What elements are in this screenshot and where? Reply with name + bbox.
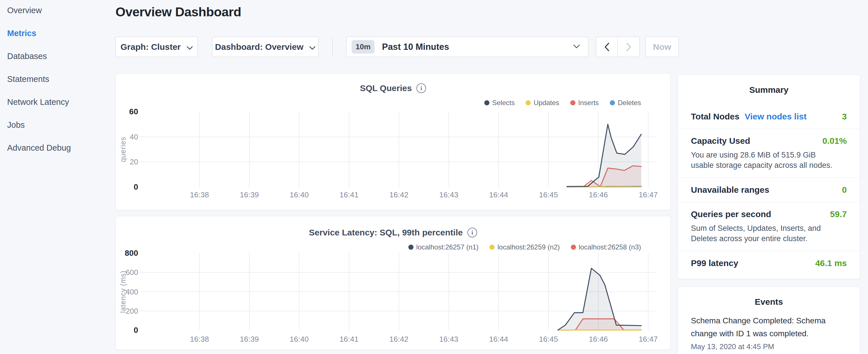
time-step-buttons <box>596 37 640 57</box>
summary-row-label: Unavailable ranges <box>691 185 769 195</box>
time-range-selector[interactable]: 10m Past 10 Minutes <box>346 37 588 57</box>
svg-text:0: 0 <box>133 183 138 191</box>
svg-text:60: 60 <box>129 107 138 116</box>
summary-row-unavailable-ranges: Unavailable ranges0 <box>678 178 860 202</box>
events-panel: Events Schema Change Completed: Schema c… <box>677 286 860 354</box>
sql-queries-chart[interactable]: 020406016:3816:3916:4016:4116:4216:4316:… <box>116 74 671 211</box>
now-button-label: Now <box>653 42 671 52</box>
chevron-right-icon <box>626 43 631 51</box>
time-step-back-button[interactable] <box>596 37 618 57</box>
svg-text:16:46: 16:46 <box>589 190 608 199</box>
summary-title: Summary <box>678 85 860 95</box>
svg-text:16:43: 16:43 <box>439 335 458 344</box>
chevron-left-icon <box>604 43 610 51</box>
svg-text:40: 40 <box>130 133 138 141</box>
svg-text:16:42: 16:42 <box>390 190 408 199</box>
sql-queries-chart-card: SQL Queries i SelectsUpdatesInsertsDelet… <box>116 73 671 210</box>
summary-row-capacity-used: Capacity Used0.01%You are using 28.6 MiB… <box>678 129 860 178</box>
summary-row-p99-latency: P99 latency46.1 ms <box>678 251 860 275</box>
page-title: Overview Dashboard <box>116 5 241 20</box>
svg-text:20: 20 <box>130 158 138 166</box>
svg-text:16:41: 16:41 <box>340 335 359 344</box>
sidebar-item-databases[interactable]: Databases <box>7 52 47 64</box>
sidebar-item-jobs[interactable]: Jobs <box>7 120 25 132</box>
svg-text:16:38: 16:38 <box>190 190 209 199</box>
summary-row-queries-per-second: Queries per second59.7Sum of Selects, Up… <box>678 202 860 251</box>
summary-panel: Summary Total NodesView nodes list3Capac… <box>677 74 860 279</box>
summary-row-label: Queries per second <box>691 210 771 219</box>
svg-text:16:44: 16:44 <box>489 190 508 199</box>
summary-row-total-nodes: Total NodesView nodes list3 <box>678 104 860 129</box>
svg-text:200: 200 <box>126 307 138 315</box>
svg-text:latency (ms): latency (ms) <box>119 270 127 313</box>
svg-text:16:44: 16:44 <box>489 335 508 344</box>
svg-text:800: 800 <box>125 249 138 257</box>
sidebar-item-advanced-debug[interactable]: Advanced Debug <box>7 143 71 155</box>
sidebar-item-network-latency[interactable]: Network Latency <box>7 97 69 109</box>
summary-rows: Total NodesView nodes list3Capacity Used… <box>678 104 860 275</box>
svg-text:queries: queries <box>119 137 127 162</box>
events-list: Schema Change Completed: Schema change w… <box>691 314 847 351</box>
summary-row-value: 0 <box>842 185 847 195</box>
svg-text:16:41: 16:41 <box>340 190 359 199</box>
now-button[interactable]: Now <box>645 37 679 57</box>
summary-row-value: 59.7 <box>830 210 847 219</box>
svg-text:16:45: 16:45 <box>539 335 558 344</box>
svg-text:16:39: 16:39 <box>240 190 259 199</box>
summary-row-value: 46.1 ms <box>815 258 847 268</box>
chevron-down-icon <box>573 44 580 50</box>
event-timestamp: May 13, 2020 at 4:45 PM <box>691 342 847 351</box>
sidebar-item-statements[interactable]: Statements <box>7 74 49 87</box>
events-title: Events <box>678 297 860 307</box>
svg-text:16:45: 16:45 <box>539 190 558 199</box>
graph-dropdown[interactable]: Graph: Cluster <box>116 37 198 57</box>
svg-text:16:40: 16:40 <box>290 335 309 344</box>
view-nodes-list-link[interactable]: View nodes list <box>744 112 806 122</box>
summary-row-label: Total Nodes <box>691 112 739 122</box>
summary-row-value: 3 <box>842 112 847 122</box>
dashboard-dropdown-label: Dashboard: Overview <box>215 42 303 52</box>
svg-text:16:42: 16:42 <box>390 335 408 344</box>
svg-text:0: 0 <box>133 326 138 334</box>
svg-text:600: 600 <box>126 268 138 277</box>
chevron-down-icon <box>309 42 315 52</box>
service-latency-chart-card: Service Latency: SQL, 99th percentile i … <box>116 216 671 350</box>
summary-row-subtext: Sum of Selects, Updates, Inserts, and De… <box>691 223 840 244</box>
svg-text:400: 400 <box>126 288 138 296</box>
dashboard-dropdown[interactable]: Dashboard: Overview <box>212 37 318 57</box>
svg-text:16:39: 16:39 <box>240 335 259 344</box>
summary-row-label: Capacity Used <box>691 136 750 146</box>
summary-row-label: P99 latency <box>691 258 738 268</box>
time-step-forward-button[interactable] <box>618 37 639 57</box>
summary-row-value: 0.01% <box>823 136 847 146</box>
svg-text:16:43: 16:43 <box>439 190 458 199</box>
time-range-label: Past 10 Minutes <box>382 42 449 52</box>
summary-row-subtext: You are using 28.6 MiB of 515.9 GiB usab… <box>691 150 840 170</box>
sidebar-nav: OverviewMetricsDatabasesStatementsNetwor… <box>0 0 115 354</box>
sidebar-item-metrics[interactable]: Metrics <box>7 29 36 41</box>
svg-text:16:47: 16:47 <box>639 190 658 199</box>
event-item[interactable]: Schema Change Completed: Schema change w… <box>691 314 847 351</box>
svg-text:16:40: 16:40 <box>290 190 309 199</box>
sidebar-item-overview[interactable]: Overview <box>7 6 42 18</box>
service-latency-chart[interactable]: 020040060080016:3816:3916:4016:4116:4216… <box>116 216 671 350</box>
svg-text:16:38: 16:38 <box>190 335 209 344</box>
chevron-down-icon <box>187 42 193 52</box>
graph-dropdown-label: Graph: Cluster <box>120 42 181 52</box>
overview-dashboard-page: OverviewMetricsDatabasesStatementsNetwor… <box>0 0 868 354</box>
svg-text:16:46: 16:46 <box>589 335 608 344</box>
time-range-badge: 10m <box>351 40 375 54</box>
event-text: Schema Change Completed: Schema change w… <box>691 314 847 340</box>
svg-text:16:47: 16:47 <box>639 335 658 344</box>
